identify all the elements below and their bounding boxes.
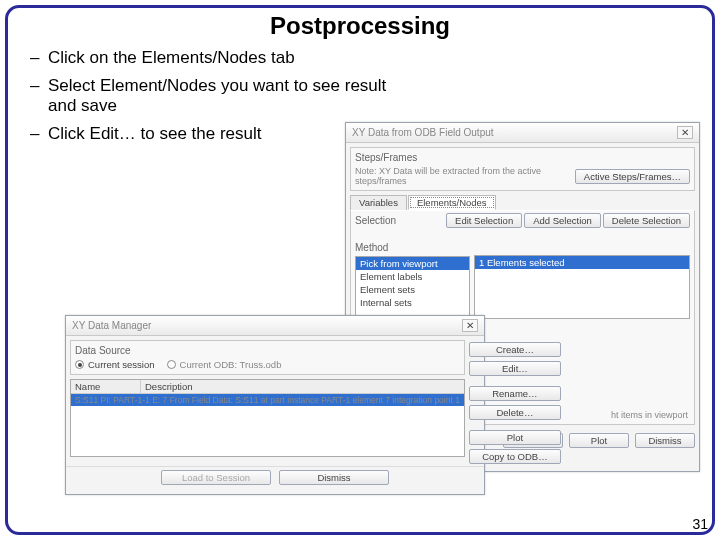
create-button[interactable]: Create… [469, 342, 561, 357]
delete-selection-button[interactable]: Delete Selection [603, 213, 690, 228]
dialog-title-text: XY Data Manager [72, 320, 151, 331]
page-number: 31 [692, 516, 708, 532]
steps-frames-group: Steps/Frames Note: XY Data will be extra… [350, 147, 695, 191]
plot-button-mgr[interactable]: Plot [469, 430, 561, 445]
method-option[interactable]: Internal sets [356, 296, 469, 309]
data-source-group: Data Source Current session Current ODB:… [70, 340, 465, 375]
note-text: Note: XY Data will be extracted from the… [355, 166, 575, 186]
radio-current-session[interactable]: Current session [75, 359, 155, 370]
method-listbox[interactable]: Pick from viewport Element labels Elemen… [355, 256, 470, 320]
group-label: Data Source [75, 345, 460, 356]
radio-icon [75, 360, 84, 369]
close-icon[interactable]: ✕ [462, 319, 478, 332]
rename-button[interactable]: Rename… [469, 386, 561, 401]
dialog-titlebar: XY Data from ODB Field Output ✕ [346, 123, 699, 143]
group-label: Steps/Frames [355, 152, 690, 163]
add-selection-button[interactable]: Add Selection [524, 213, 601, 228]
load-to-session-button[interactable]: Load to Session [161, 470, 271, 485]
dismiss-button[interactable]: Dismiss [635, 433, 695, 448]
data-table[interactable]: Name Description S:S11 PI: PART-1-1 E: 7… [70, 379, 465, 457]
hint-text: ht items in viewport [611, 410, 688, 420]
selection-status-box: 1 Elements selected [474, 255, 690, 319]
dismiss-button-mgr[interactable]: Dismiss [279, 470, 389, 485]
radio-label: Current session [88, 359, 155, 370]
col-desc-header: Description [141, 380, 464, 393]
method-option[interactable]: Pick from viewport [356, 257, 469, 270]
radio-current-odb[interactable]: Current ODB: Truss.odb [167, 359, 282, 370]
edit-button[interactable]: Edit… [469, 361, 561, 376]
delete-button[interactable]: Delete… [469, 405, 561, 420]
method-option[interactable]: Element labels [356, 270, 469, 283]
method-label: Method [355, 242, 470, 253]
close-icon[interactable]: ✕ [677, 126, 693, 139]
tab-elements-nodes[interactable]: Elements/Nodes [408, 195, 496, 210]
method-option[interactable]: Element sets [356, 283, 469, 296]
edit-selection-button[interactable]: Edit Selection [446, 213, 522, 228]
plot-button[interactable]: Plot [569, 433, 629, 448]
tab-variables[interactable]: Variables [350, 195, 407, 210]
dialog-xy-data-manager: XY Data Manager ✕ Data Source Current se… [65, 315, 485, 495]
radio-icon [167, 360, 176, 369]
tab-bar: Variables Elements/Nodes [350, 195, 695, 210]
radio-label: Current ODB: Truss.odb [180, 359, 282, 370]
selection-status: 1 Elements selected [475, 256, 689, 269]
active-steps-button[interactable]: Active Steps/Frames… [575, 169, 690, 184]
copy-to-odb-button[interactable]: Copy to ODB… [469, 449, 561, 464]
dialog-titlebar: XY Data Manager ✕ [66, 316, 484, 336]
table-row[interactable]: S:S11 PI: PART-1-1 E: 7 From Field Data:… [71, 394, 464, 406]
col-name-header: Name [71, 380, 141, 393]
dialog-title-text: XY Data from ODB Field Output [352, 127, 494, 138]
